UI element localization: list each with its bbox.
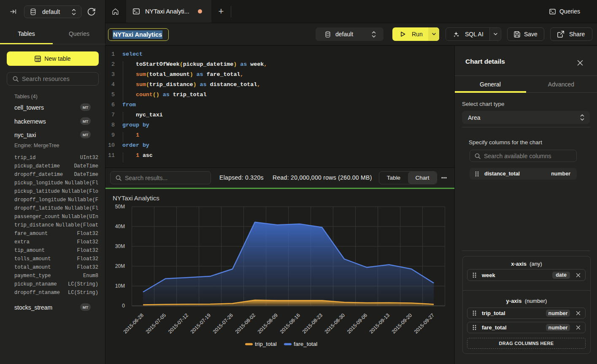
svg-text:2015-09-06: 2015-09-06: [346, 312, 369, 335]
svg-text:50M: 50M: [115, 204, 125, 210]
svg-text:2015-08-30: 2015-08-30: [324, 312, 346, 335]
svg-text:2015-08-02: 2015-08-02: [234, 312, 257, 335]
svg-text:40M: 40M: [115, 224, 125, 229]
svg-text:10M: 10M: [115, 283, 125, 289]
svg-text:2015-07-26: 2015-07-26: [212, 312, 235, 335]
svg-text:NYTaxi Analytics: NYTaxi Analytics: [113, 194, 159, 202]
svg-text:0: 0: [122, 303, 125, 309]
svg-text:2015-07-05: 2015-07-05: [145, 312, 167, 335]
svg-text:2015-09-27: 2015-09-27: [413, 312, 436, 335]
svg-text:2015-07-19: 2015-07-19: [189, 312, 212, 335]
svg-text:2015-08-16: 2015-08-16: [279, 312, 302, 335]
svg-text:2015-08-23: 2015-08-23: [301, 312, 324, 335]
svg-text:2015-09-20: 2015-09-20: [391, 312, 413, 335]
svg-text:20M: 20M: [115, 263, 125, 269]
svg-text:2015-08-09: 2015-08-09: [257, 312, 279, 335]
svg-text:2015-09-13: 2015-09-13: [368, 312, 391, 335]
svg-text:fare_total: fare_total: [294, 341, 317, 347]
svg-text:30M: 30M: [115, 243, 125, 249]
svg-text:2015-07-12: 2015-07-12: [167, 312, 190, 335]
svg-text:2015-06-28: 2015-06-28: [122, 312, 145, 335]
svg-text:trip_total: trip_total: [255, 341, 277, 347]
